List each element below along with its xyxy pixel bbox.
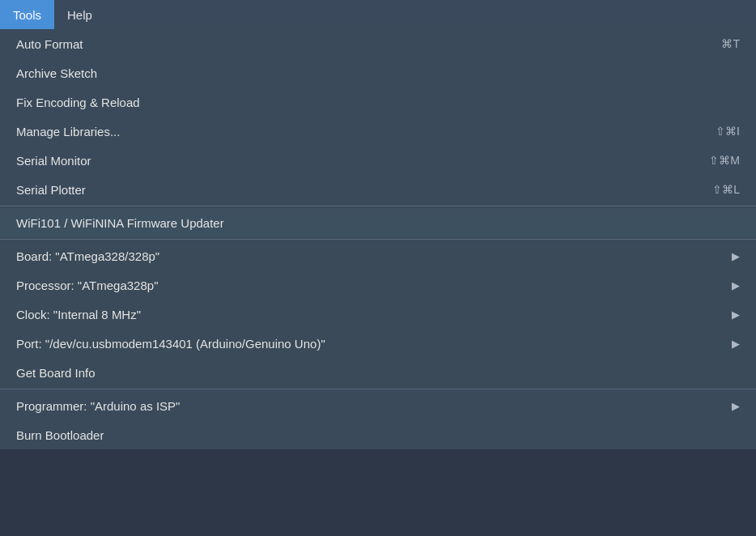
serial-monitor-label: Serial Monitor (16, 154, 91, 168)
menu-item-manage-libraries[interactable]: Manage Libraries... ⇧⌘I (0, 117, 756, 146)
clock-label: Clock: "Internal 8 MHz" (16, 308, 141, 321)
separator-3 (0, 389, 756, 389)
menu-item-archive-sketch[interactable]: Archive Sketch (0, 58, 756, 87)
menu-item-serial-monitor[interactable]: Serial Monitor ⇧⌘M (0, 146, 756, 175)
clock-arrow-icon: ▶ (732, 308, 740, 321)
menu-item-board[interactable]: Board: "ATmega328/328p" ▶ (0, 241, 756, 270)
menu-item-programmer[interactable]: Programmer: "Arduino as ISP" ▶ (0, 391, 756, 420)
menu-item-burn-bootloader[interactable]: Burn Bootloader (0, 420, 756, 449)
serial-plotter-shortcut: ⇧⌘L (712, 183, 740, 196)
wifi-updater-label: WiFi101 / WiFiNINA Firmware Updater (16, 216, 224, 230)
auto-format-shortcut: ⌘T (721, 37, 740, 50)
menu-item-wifi-updater[interactable]: WiFi101 / WiFiNINA Firmware Updater (0, 208, 756, 237)
menu-item-fix-encoding[interactable]: Fix Encoding & Reload (0, 87, 756, 117)
port-label: Port: "/dev/cu.usbmodem143401 (Arduino/G… (16, 337, 325, 351)
menu-bar: Tools Help (0, 0, 756, 29)
manage-libraries-label: Manage Libraries... (16, 125, 120, 138)
tools-label: Tools (13, 8, 41, 22)
board-arrow-icon: ▶ (732, 250, 740, 262)
burn-bootloader-label: Burn Bootloader (16, 428, 104, 442)
processor-arrow-icon: ▶ (732, 279, 740, 291)
menu-item-serial-plotter[interactable]: Serial Plotter ⇧⌘L (0, 175, 756, 204)
auto-format-label: Auto Format (16, 37, 83, 51)
help-label: Help (67, 8, 92, 22)
menu-item-port[interactable]: Port: "/dev/cu.usbmodem143401 (Arduino/G… (0, 329, 756, 358)
menu-item-auto-format[interactable]: Auto Format ⌘T (0, 29, 756, 58)
board-label: Board: "ATmega328/328p" (16, 249, 159, 263)
separator-1 (0, 206, 756, 206)
menu-bar-tools[interactable]: Tools (0, 0, 54, 29)
serial-plotter-label: Serial Plotter (16, 183, 86, 197)
processor-label: Processor: "ATmega328p" (16, 279, 158, 292)
archive-sketch-label: Archive Sketch (16, 66, 97, 80)
dropdown-menu: Auto Format ⌘T Archive Sketch Fix Encodi… (0, 29, 756, 449)
menu-item-get-board-info[interactable]: Get Board Info (0, 358, 756, 387)
menu-item-clock[interactable]: Clock: "Internal 8 MHz" ▶ (0, 300, 756, 329)
get-board-info-label: Get Board Info (16, 366, 96, 380)
fix-encoding-label: Fix Encoding & Reload (16, 96, 140, 109)
separator-2 (0, 239, 756, 240)
programmer-label: Programmer: "Arduino as ISP" (16, 399, 180, 413)
port-arrow-icon: ▶ (732, 338, 740, 350)
programmer-arrow-icon: ▶ (732, 400, 740, 412)
serial-monitor-shortcut: ⇧⌘M (709, 154, 740, 167)
manage-libraries-shortcut: ⇧⌘I (716, 125, 740, 138)
menu-item-processor[interactable]: Processor: "ATmega328p" ▶ (0, 270, 756, 300)
menu-bar-help[interactable]: Help (54, 0, 105, 29)
